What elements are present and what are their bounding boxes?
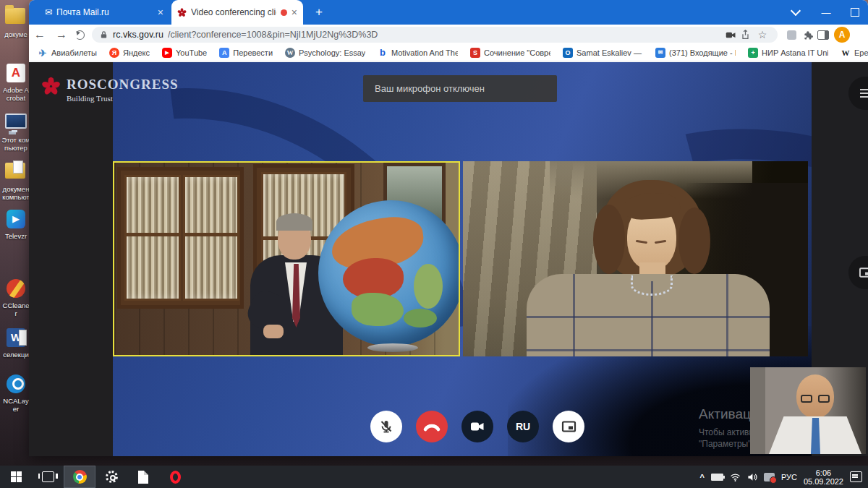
youtube-icon: ▶ (162, 48, 172, 58)
new-tab-button[interactable]: + (311, 4, 327, 20)
clock[interactable]: 6:06 05.09.2022 (804, 468, 843, 486)
tab-media-camera-icon[interactable] (726, 31, 736, 39)
desktop-icon-this-pc[interactable]: Этот компьютер (1, 111, 30, 152)
brand-tagline: Building Trust (67, 94, 179, 103)
task-view-button[interactable] (32, 466, 64, 488)
bookmark-wikipedia[interactable]: WЕремия, Наталья Л... (841, 48, 868, 58)
back-button[interactable]: ← (29, 28, 51, 41)
close-tab-icon[interactable]: × (158, 7, 163, 17)
bookmark-label: YouTube (176, 48, 207, 57)
participant-video-main[interactable] (113, 161, 460, 356)
desktop-icon-ccleaner[interactable]: CCleaner (1, 278, 30, 317)
extension-pinned-icon[interactable] (783, 30, 799, 40)
brand-name: ROSCONGRESS (67, 77, 179, 93)
mail-favicon: ✉ (45, 7, 52, 17)
bookmark-aviabilety[interactable]: ✈Авиабилеты (38, 48, 97, 58)
bookmark-label: Еремия, Наталья Л... (854, 48, 868, 57)
vks-favicon (177, 8, 187, 17)
close-tab-icon[interactable]: × (292, 7, 297, 17)
tray-time: 6:06 (804, 468, 843, 477)
bookmark-star-icon[interactable]: ☆ (754, 29, 770, 40)
participant-eye (636, 240, 647, 244)
desktop-icon-documents[interactable]: докумен компьют (1, 159, 30, 201)
action-center-icon[interactable] (850, 471, 862, 482)
bookshelf (117, 167, 244, 309)
tab-search-button[interactable] (781, 0, 810, 25)
tab-video-conferencing[interactable]: Video conferencing client × (171, 0, 303, 25)
hang-up-button[interactable] (416, 411, 448, 442)
extensions-menu-button[interactable] (799, 30, 815, 40)
bookmark-inbox[interactable]: ✉(371) Входящие - П... (655, 48, 736, 58)
tray-date: 05.09.2022 (804, 477, 843, 486)
recording-indicator-icon (281, 9, 287, 16)
side-panel-button[interactable] (815, 30, 831, 40)
speaker-hand (263, 325, 284, 338)
bookmark-yandex[interactable]: ЯЯндекс (109, 48, 150, 58)
forward-button[interactable]: → (51, 28, 72, 41)
camera-toggle-button[interactable] (461, 411, 493, 442)
bookmark-translate[interactable]: АПеревести (219, 48, 273, 58)
taskbar-opera-button[interactable] (159, 466, 191, 488)
continent-shape (414, 264, 443, 309)
chrome-icon (73, 470, 87, 484)
self-view-video[interactable] (750, 367, 866, 454)
windows-logo-icon (11, 471, 22, 482)
windows-taskbar: ^ РУС 6:06 05.09.2022 (0, 466, 868, 488)
wifi-icon[interactable] (730, 473, 741, 481)
bookmark-youtube[interactable]: ▶YouTube (162, 48, 207, 58)
essay-icon: S (470, 48, 480, 58)
picture-in-picture-button[interactable] (553, 411, 584, 442)
app-notification-icon[interactable] (764, 473, 775, 481)
folder-documents-icon (5, 163, 25, 179)
maximize-icon (851, 8, 859, 17)
maximize-button[interactable] (841, 0, 868, 25)
left-panel (29, 62, 113, 456)
mic-toggle-button[interactable] (370, 411, 402, 442)
bookmark-motivation[interactable]: bMotivation And The... (378, 48, 458, 58)
lock-icon (99, 30, 109, 40)
task-view-icon (42, 471, 54, 482)
conference-page: ROSCONGRESS Building Trust Ваш микрофон … (29, 62, 868, 456)
bookmark-nir-astana[interactable]: +НИР Astana IT Univ... (748, 48, 828, 58)
profile-avatar[interactable]: A (834, 27, 850, 43)
chevron-down-icon (791, 6, 801, 16)
desktop-icon-televzr[interactable]: ▶ Televzr (1, 208, 30, 241)
share-icon[interactable] (741, 30, 750, 40)
phone-hangup-icon (422, 421, 441, 432)
bookmark-label: Сочинение "Совре... (484, 48, 550, 57)
tray-expand-icon[interactable]: ^ (699, 473, 704, 481)
battery-icon[interactable] (711, 474, 723, 481)
desktop-icon-label: докумен компьют (1, 186, 30, 201)
bookmark-outlook[interactable]: OSamat Eskaliev — O... (563, 48, 643, 58)
taskbar-document-button[interactable] (127, 466, 159, 488)
bookmark-sochinenie[interactable]: SСочинение "Совре... (470, 48, 550, 58)
picture-in-picture-icon (859, 267, 868, 278)
tab-mail-ru[interactable]: ✉ Почта Mail.ru × (39, 0, 169, 25)
roscongress-logo: ROSCONGRESS Building Trust (41, 77, 179, 103)
airplane-icon: ✈ (38, 48, 48, 58)
speaker-icon[interactable] (747, 473, 757, 481)
desktop-icon-word-doc[interactable]: W селекци (1, 327, 30, 359)
reload-button[interactable] (75, 30, 85, 40)
bookmark-label: Samat Eskaliev — O... (576, 48, 643, 57)
language-indicator[interactable]: РУС (781, 473, 797, 481)
minimize-button[interactable]: — (812, 0, 841, 25)
start-button[interactable] (0, 466, 32, 488)
taskbar-settings-button[interactable] (95, 466, 127, 488)
bookmark-psychology-essay[interactable]: WPsychology: Essay o... (285, 48, 365, 58)
desktop-icon-documents-folder[interactable]: докуме (1, 4, 30, 39)
opera-icon (170, 471, 181, 484)
taskbar-chrome-button[interactable] (64, 466, 95, 488)
participant-video-secondary[interactable] (463, 161, 808, 356)
desktop-icon-label: селекци (1, 351, 30, 359)
bookshelf-glass-door (124, 175, 181, 301)
desktop-icon-adobe-acrobat[interactable]: A Adobe Acrobat (1, 62, 30, 102)
picture-in-picture-icon (561, 420, 576, 433)
side-panel-icon (817, 30, 829, 40)
folder-icon (5, 8, 25, 24)
address-bar[interactable]: rc.vks.gov.ru/client?conference=1008&pin… (92, 27, 778, 43)
desktop-icon-ncalayer[interactable]: NCALayer (1, 373, 30, 413)
yandex-icon: Я (109, 48, 119, 58)
language-button[interactable]: RU (507, 411, 539, 442)
continent-shape (404, 309, 437, 328)
